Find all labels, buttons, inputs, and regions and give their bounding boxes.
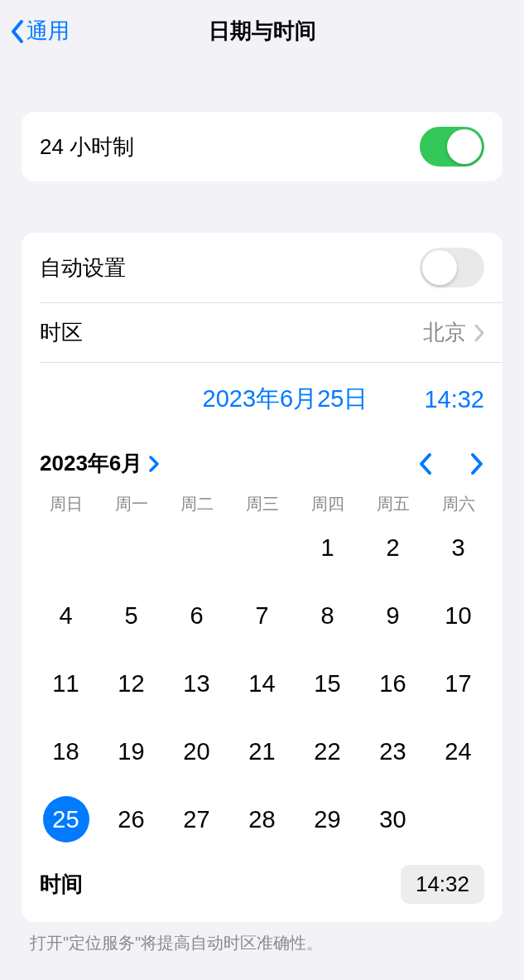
day-cell[interactable]: 27 (164, 794, 229, 845)
time-picker-value[interactable]: 14:32 (401, 865, 484, 904)
day-cell[interactable]: 3 (425, 522, 491, 573)
day-cell[interactable]: 19 (99, 726, 164, 777)
calendar-grid: 1234567891011121314151617181920212223242… (22, 515, 502, 855)
prev-month-button[interactable] (418, 452, 433, 476)
day-cell[interactable]: 18 (33, 726, 99, 777)
weekday-label: 周一 (99, 493, 164, 515)
day-cell[interactable]: 22 (295, 726, 360, 777)
day-cell[interactable]: 8 (295, 590, 360, 641)
weekday-label: 周四 (295, 493, 360, 515)
time-display[interactable]: 14:32 (424, 386, 484, 413)
day-empty (164, 522, 229, 573)
weekday-row: 周日周一周二周三周四周五周六 (22, 490, 502, 515)
day-empty (229, 522, 295, 573)
weekday-label: 周五 (360, 493, 425, 515)
day-cell[interactable]: 29 (295, 794, 360, 845)
datetime-section: 自动设置 时区 北京 2023年6月25日 14:32 2023年6月 (22, 233, 502, 922)
weekday-label: 周三 (229, 493, 295, 515)
toggle-knob (447, 129, 482, 164)
day-empty (33, 522, 99, 573)
month-picker[interactable]: 2023年6月 (40, 449, 159, 478)
hour24-row: 24 小时制 (22, 112, 502, 181)
date-display[interactable]: 2023年6月25日 (203, 383, 368, 416)
back-button[interactable]: 通用 (0, 17, 70, 46)
time-label: 时间 (40, 870, 83, 899)
hour24-label: 24 小时制 (40, 133, 134, 162)
day-cell[interactable]: 10 (425, 590, 491, 641)
auto-set-toggle[interactable] (420, 248, 484, 287)
day-cell[interactable]: 13 (164, 658, 229, 709)
page-title: 日期与时间 (209, 17, 316, 46)
chevron-right-icon (149, 456, 159, 472)
day-cell[interactable]: 30 (360, 794, 425, 845)
timezone-value: 北京 (423, 318, 466, 347)
back-label: 通用 (26, 17, 70, 46)
weekday-label: 周六 (425, 493, 491, 515)
day-cell[interactable]: 1 (295, 522, 360, 573)
hour-format-section: 24 小时制 (22, 112, 502, 181)
footer-note: 打开"定位服务"将提高自动时区准确性。 (0, 922, 524, 964)
day-cell[interactable]: 28 (229, 794, 295, 845)
day-cell[interactable]: 26 (99, 794, 164, 845)
next-month-button[interactable] (469, 452, 484, 476)
weekday-label: 周二 (164, 493, 229, 515)
day-cell[interactable]: 23 (360, 726, 425, 777)
day-cell[interactable]: 20 (164, 726, 229, 777)
day-cell[interactable]: 21 (229, 726, 295, 777)
day-cell[interactable]: 14 (229, 658, 295, 709)
day-cell[interactable]: 6 (164, 590, 229, 641)
weekday-label: 周日 (33, 493, 99, 515)
timezone-value-wrap: 北京 (423, 318, 484, 347)
datetime-display: 2023年6月25日 14:32 (22, 363, 502, 426)
day-cell[interactable]: 16 (360, 658, 425, 709)
day-cell[interactable]: 15 (295, 658, 360, 709)
day-cell[interactable]: 17 (425, 658, 491, 709)
time-row: 时间 14:32 (22, 855, 502, 922)
day-empty (99, 522, 164, 573)
timezone-label: 时区 (40, 318, 83, 347)
chevron-right-icon (474, 324, 484, 342)
auto-set-row: 自动设置 (22, 233, 502, 302)
day-cell[interactable]: 12 (99, 658, 164, 709)
day-cell[interactable]: 5 (99, 590, 164, 641)
day-cell[interactable]: 24 (425, 726, 491, 777)
toggle-knob (422, 250, 457, 285)
day-cell[interactable]: 4 (33, 590, 99, 641)
chevron-left-icon (10, 19, 25, 44)
month-label: 2023年6月 (40, 449, 142, 478)
nav-header: 通用 日期与时间 (0, 0, 524, 62)
calendar-header: 2023年6月 (22, 426, 502, 490)
day-cell[interactable]: 25 (33, 794, 99, 845)
month-nav (418, 452, 484, 476)
day-cell[interactable]: 2 (360, 522, 425, 573)
day-cell[interactable]: 11 (33, 658, 99, 709)
auto-set-label: 自动设置 (40, 253, 126, 282)
timezone-row[interactable]: 时区 北京 (22, 303, 502, 362)
day-cell[interactable]: 7 (229, 590, 295, 641)
day-cell[interactable]: 9 (360, 590, 425, 641)
hour24-toggle[interactable] (420, 127, 484, 167)
